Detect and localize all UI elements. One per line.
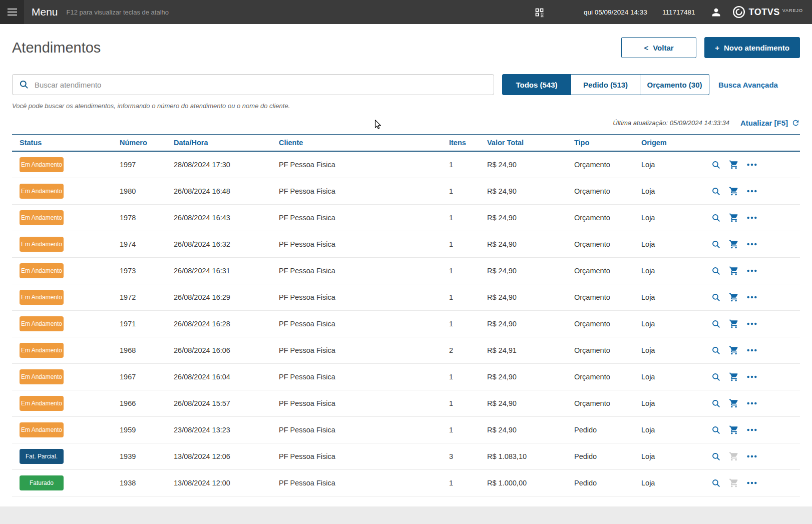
cell-origem: Loja <box>634 390 704 417</box>
view-icon[interactable] <box>711 240 721 249</box>
cart-icon[interactable] <box>729 372 739 382</box>
main-content: Atendimentos < Voltar + Novo atendimento… <box>0 24 812 506</box>
cell-tipo: Orçamento <box>567 364 634 390</box>
more-options-icon[interactable] <box>747 322 757 325</box>
more-options-icon[interactable] <box>747 243 757 246</box>
cart-icon[interactable] <box>729 239 739 249</box>
menu-label[interactable]: Menu <box>32 6 58 18</box>
voltar-button[interactable]: < Voltar <box>621 37 696 58</box>
cell-actions <box>704 470 800 496</box>
tab-todos[interactable]: Todos (543) <box>502 74 571 95</box>
cell-itens: 1 <box>442 470 480 496</box>
cart-icon[interactable] <box>729 451 739 461</box>
cell-tipo: Orçamento <box>567 178 634 205</box>
status-badge: Em Andamento <box>20 184 64 199</box>
cell-origem: Loja <box>634 337 704 364</box>
view-icon[interactable] <box>711 346 721 355</box>
tab-orcamento[interactable]: Orçamento (30) <box>640 74 709 95</box>
cart-icon[interactable] <box>729 345 739 355</box>
table-row: Em Andamento 1974 26/08/2024 16:32 PF Pe… <box>12 231 800 258</box>
cell-itens: 3 <box>442 443 480 470</box>
cart-icon[interactable] <box>729 160 739 170</box>
view-icon[interactable] <box>711 478 721 488</box>
more-options-icon[interactable] <box>747 190 757 193</box>
cell-tipo: Pedido <box>567 443 634 470</box>
cell-datahora: 26/08/2024 16:43 <box>166 205 271 231</box>
cell-itens: 1 <box>442 205 480 231</box>
col-datahora: Data/Hora <box>166 135 271 152</box>
view-icon[interactable] <box>711 452 721 461</box>
brand-logo: TOTVS VAREJO <box>732 6 803 19</box>
status-badge: Em Andamento <box>20 396 64 411</box>
table-row: Em Andamento 1978 26/08/2024 16:43 PF Pe… <box>12 205 800 231</box>
cell-origem: Loja <box>634 258 704 284</box>
cell-status: Em Andamento <box>12 258 112 284</box>
cell-origem: Loja <box>634 178 704 205</box>
refresh-button[interactable]: Atualizar [F5] <box>740 119 800 127</box>
cart-icon[interactable] <box>729 398 739 408</box>
cart-icon[interactable] <box>729 425 739 435</box>
view-icon[interactable] <box>711 372 721 382</box>
status-badge: Em Andamento <box>20 369 64 384</box>
novo-atendimento-button[interactable]: + Novo atendimento <box>704 37 800 58</box>
view-icon[interactable] <box>711 160 721 170</box>
col-cliente: Cliente <box>271 135 442 152</box>
cell-datahora: 26/08/2024 16:32 <box>166 231 271 258</box>
cell-numero: 1938 <box>112 470 166 496</box>
plus-icon: + <box>715 44 719 52</box>
cell-status: Em Andamento <box>12 178 112 205</box>
more-options-icon[interactable] <box>747 269 757 272</box>
cell-tipo: Orçamento <box>567 258 634 284</box>
more-options-icon[interactable] <box>747 481 757 484</box>
cell-status: Em Andamento <box>12 231 112 258</box>
search-input[interactable] <box>12 74 494 95</box>
more-options-icon[interactable] <box>747 455 757 458</box>
user-icon[interactable] <box>711 7 721 18</box>
more-options-icon[interactable] <box>747 375 757 378</box>
more-options-icon[interactable] <box>747 163 757 166</box>
refresh-label: Atualizar [F5] <box>740 119 788 127</box>
cell-itens: 1 <box>442 284 480 311</box>
more-options-icon[interactable] <box>747 216 757 219</box>
view-icon[interactable] <box>711 425 721 435</box>
view-icon[interactable] <box>711 266 721 276</box>
view-icon[interactable] <box>711 319 721 329</box>
table-row: Fat. Parcial. 1939 13/08/2024 12:06 PF P… <box>12 443 800 470</box>
cart-icon[interactable] <box>729 186 739 196</box>
cell-actions <box>704 417 800 443</box>
more-options-icon[interactable] <box>747 296 757 299</box>
status-badge: Em Andamento <box>20 237 64 252</box>
more-options-icon[interactable] <box>747 349 757 352</box>
view-icon[interactable] <box>711 213 721 223</box>
cell-itens: 1 <box>442 151 480 178</box>
busca-avancada-link[interactable]: Busca Avançada <box>718 81 778 89</box>
cart-icon[interactable] <box>729 478 739 488</box>
cart-icon[interactable] <box>729 292 739 302</box>
view-icon[interactable] <box>711 293 721 302</box>
cell-cliente: PF Pessoa Fisica <box>271 443 442 470</box>
cart-icon[interactable] <box>729 319 739 329</box>
search-help-text: Você pode buscar os atendimentos, inform… <box>12 102 800 110</box>
cart-icon[interactable] <box>729 266 739 276</box>
view-icon[interactable] <box>711 399 721 408</box>
cell-datahora: 26/08/2024 16:29 <box>166 284 271 311</box>
view-icon[interactable] <box>711 187 721 196</box>
topbar-datetime: qui 05/09/2024 14:33 <box>584 9 647 16</box>
cart-icon[interactable] <box>729 213 739 223</box>
cell-cliente: PF Pessoa Fisica <box>271 364 442 390</box>
cell-tipo: Orçamento <box>567 311 634 337</box>
more-options-icon[interactable] <box>747 428 757 431</box>
cell-tipo: Orçamento <box>567 284 634 311</box>
cell-cliente: PF Pessoa Fisica <box>271 311 442 337</box>
tab-pedido[interactable]: Pedido (513) <box>571 74 640 95</box>
cell-valor: R$ 24,90 <box>480 364 567 390</box>
col-itens: Itens <box>442 135 480 152</box>
cell-datahora: 26/08/2024 15:57 <box>166 390 271 417</box>
cell-origem: Loja <box>634 417 704 443</box>
cell-datahora: 26/08/2024 16:48 <box>166 178 271 205</box>
cell-numero: 1967 <box>112 364 166 390</box>
more-options-icon[interactable] <box>747 402 757 405</box>
qr-code-icon[interactable] <box>534 7 545 18</box>
hamburger-menu-button[interactable] <box>0 0 24 24</box>
cell-origem: Loja <box>634 205 704 231</box>
